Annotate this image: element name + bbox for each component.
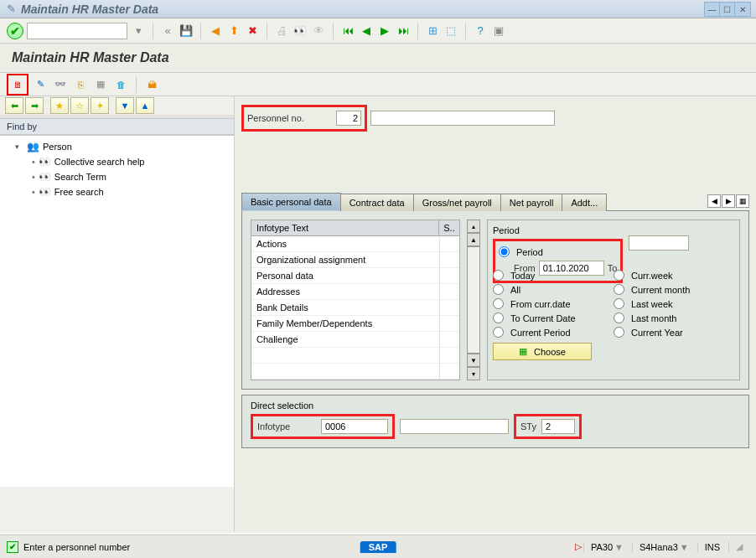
copy-icon[interactable]: ⎘ [72, 76, 89, 93]
next-page-icon[interactable]: ▶ [377, 23, 392, 39]
tab-net-payroll[interactable]: Net payroll [500, 194, 563, 211]
findby-header: Find by [0, 118, 234, 135]
overview-icon[interactable]: 🏔 [143, 76, 160, 93]
save-icon[interactable]: 💾 [179, 23, 194, 39]
delete-icon[interactable]: 🗑 [112, 76, 129, 93]
scroll-down-icon[interactable]: ▼ [467, 354, 480, 367]
tree-node-search-term[interactable]: • 👀 Search Term [7, 169, 227, 184]
table-row[interactable]: Family Member/Dependents [251, 316, 459, 332]
tree-node-free-search[interactable]: • 👀 Free search [7, 184, 227, 199]
table-row[interactable] [251, 348, 459, 364]
fav-icon[interactable]: ☆ [70, 97, 89, 114]
prev-page-icon[interactable]: ◀ [359, 23, 374, 39]
radio-period-input[interactable] [499, 246, 510, 257]
radio-today[interactable]: Today [493, 268, 614, 282]
scroll-up-icon[interactable]: ▲ [467, 233, 480, 246]
last-page-icon[interactable]: ⏭ [396, 23, 411, 39]
exit-icon[interactable]: ⬆ [226, 23, 241, 39]
sap-logo: SAP [360, 541, 396, 553]
minimize-button[interactable]: — [705, 3, 720, 16]
tree-toggle-icon[interactable]: ▾ [15, 142, 23, 151]
infotype-input[interactable] [321, 419, 388, 434]
tree-node-collective-search[interactable]: • 👀 Collective search help [7, 154, 227, 169]
table-row[interactable] [251, 364, 459, 380]
sty-label: STy [520, 421, 536, 431]
status-tcode[interactable]: PA30▼ [583, 542, 630, 552]
binoculars-icon: 👀 [39, 186, 51, 198]
infotype-data: Actions Organizational assignment Person… [251, 236, 460, 380]
radio-curr-week[interactable]: Curr.week [614, 268, 734, 282]
period-to-input[interactable] [629, 235, 689, 251]
period-groupbox: Period Period From To Today [487, 220, 740, 380]
radio-last-week[interactable]: Last week [614, 297, 734, 311]
display-icon[interactable]: 👓 [52, 76, 69, 93]
nav-forward-icon[interactable]: ➡ [25, 97, 44, 114]
create-icon[interactable]: 🗎 [9, 76, 26, 93]
scroll-bottom-icon[interactable]: ▾ [467, 367, 480, 380]
nav-back-icon[interactable]: ⬅ [5, 97, 23, 114]
tab-basic-personal-data[interactable]: Basic personal data [241, 193, 341, 211]
tab-nav: ◀ ▶ ▦ [707, 194, 749, 208]
layout-icon[interactable]: ▣ [491, 23, 506, 39]
expand-down-icon[interactable]: ▼ [116, 97, 134, 114]
command-field[interactable] [27, 23, 127, 39]
change-icon[interactable]: ✎ [32, 76, 49, 93]
infotype-text-input[interactable] [400, 419, 509, 434]
enter-button[interactable]: ✔ [7, 23, 23, 39]
tab-contract-data[interactable]: Contract data [340, 194, 414, 211]
radio-all[interactable]: All [493, 282, 614, 297]
delimit-icon[interactable]: ▦ [92, 76, 109, 93]
collapse-up-icon[interactable]: ▲ [136, 97, 154, 114]
find-next-icon[interactable]: 👁 [311, 23, 326, 39]
chevron-left-icon[interactable]: « [160, 23, 175, 39]
command-dropdown-icon[interactable]: ▾ [131, 23, 146, 39]
tree-label: Person [43, 142, 72, 152]
nav-strip: ⬅ ➡ ★ ☆ ✦ ▼ ▲ [0, 96, 234, 118]
sty-input[interactable] [541, 419, 575, 434]
tab-scroll-right-icon[interactable]: ▶ [722, 194, 735, 208]
radio-from-curr-date[interactable]: From curr.date [493, 297, 614, 311]
fav-list-icon[interactable]: ✦ [91, 97, 109, 114]
infotype-header-row: Infotype Text S.. [251, 220, 460, 236]
back-icon[interactable]: ◀ [208, 23, 223, 39]
cancel-icon[interactable]: ✖ [245, 23, 260, 39]
fav-add-icon[interactable]: ★ [50, 97, 69, 114]
table-row[interactable]: Addresses [251, 284, 459, 300]
personnel-no-input[interactable] [336, 111, 361, 126]
tab-scroll-left-icon[interactable]: ◀ [707, 194, 721, 208]
shortcut-icon[interactable]: ⬚ [443, 23, 458, 39]
radio-current-month[interactable]: Current month [614, 282, 734, 297]
print-icon[interactable]: 🖨 [274, 23, 289, 39]
first-page-icon[interactable]: ⏮ [340, 23, 355, 39]
radio-period[interactable]: Period [499, 245, 617, 259]
choose-button[interactable]: ▦ Choose [493, 343, 592, 360]
table-row[interactable]: Personal data [251, 268, 459, 284]
maximize-button[interactable]: ☐ [720, 3, 735, 16]
sty-highlight: STy [514, 414, 582, 439]
radio-current-year[interactable]: Current Year [614, 325, 734, 339]
close-button[interactable]: ✕ [735, 3, 750, 16]
tab-gross-net-payroll[interactable]: Gross/net payroll [413, 194, 501, 211]
table-row[interactable]: Challenge [251, 332, 459, 348]
radio-current-period[interactable]: Current Period [493, 325, 614, 339]
status-system[interactable]: S4Hana3▼ [632, 542, 696, 552]
table-row[interactable]: Organizational assignment [251, 252, 459, 268]
period-group-title: Period [493, 225, 734, 235]
tab-additional[interactable]: Addt... [562, 194, 607, 211]
page-header: Maintain HR Master Data [0, 44, 756, 73]
help-icon[interactable]: ? [473, 23, 488, 39]
scroll-top-icon[interactable]: ▴ [467, 220, 480, 233]
tree-label: Collective search help [54, 157, 145, 167]
table-row[interactable]: Actions [251, 236, 459, 252]
tab-list-icon[interactable]: ▦ [736, 194, 749, 208]
radio-to-current-date[interactable]: To Current Date [493, 311, 614, 325]
status-arrow-icon[interactable]: ▷ [575, 541, 582, 552]
new-session-icon[interactable]: ⊞ [425, 23, 440, 39]
scrollbar-track[interactable] [467, 246, 480, 354]
page-title: Maintain HR Master Data [12, 50, 744, 65]
tree-node-person[interactable]: ▾ 👥 Person [7, 139, 227, 154]
find-icon[interactable]: 👀 [293, 23, 308, 39]
radio-last-month[interactable]: Last month [614, 311, 734, 325]
table-row[interactable]: Bank Details [251, 300, 459, 316]
personnel-name-display [370, 111, 555, 126]
